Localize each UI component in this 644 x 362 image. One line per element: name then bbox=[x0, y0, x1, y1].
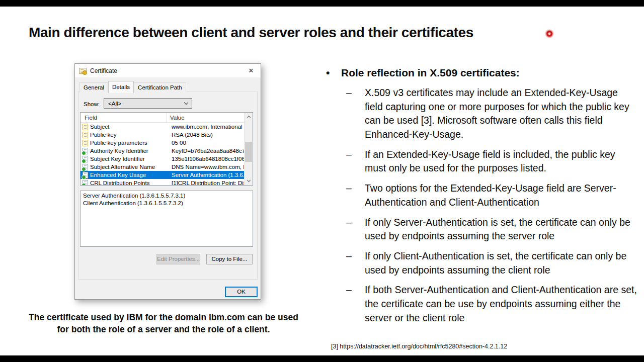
bullet-text: X.509 v3 certificates may include an Ext… bbox=[365, 86, 638, 142]
tab-certification-path[interactable]: Certification Path bbox=[134, 82, 186, 93]
tab-general[interactable]: General bbox=[79, 82, 108, 93]
bullet-item: –If only Server-Authentication is set, t… bbox=[346, 216, 638, 243]
table-row[interactable]: Public key parameters05 00 bbox=[80, 139, 244, 147]
extension-icon bbox=[83, 164, 88, 170]
bullet-content: • Role reflection in X.509 certificates:… bbox=[326, 67, 638, 325]
table-row[interactable]: Enhanced Key UsageServer Authentication … bbox=[80, 171, 244, 179]
document-icon bbox=[83, 124, 88, 130]
field-name: Subject Key Identifier bbox=[90, 156, 167, 162]
close-icon[interactable]: ✕ bbox=[246, 67, 257, 74]
ok-button[interactable]: OK bbox=[225, 287, 258, 297]
listbox-rows: Subjectwww.ibm.com, International B...Pu… bbox=[80, 123, 244, 185]
extension-icon bbox=[83, 180, 88, 186]
edit-properties-button: Edit Properties... bbox=[156, 254, 200, 264]
figure-caption: The certificate used by IBM for the doma… bbox=[23, 311, 304, 335]
field-value: KeyID=b76ba2eaa8aa848c79... bbox=[167, 148, 244, 154]
bullet-text: If only Client-Authentication is set, th… bbox=[365, 249, 638, 277]
field-value: 135e1f106ab6481808cc1f06a... bbox=[167, 156, 244, 162]
dash-marker: – bbox=[346, 182, 365, 209]
certificate-dialog: Certificate ✕ GeneralDetailsCertificatio… bbox=[74, 63, 261, 300]
field-name: CRL Distribution Points bbox=[90, 180, 167, 185]
field-name: Subject Alternative Name bbox=[90, 164, 167, 170]
extension-icon bbox=[83, 172, 88, 178]
field-name: Public key bbox=[90, 132, 167, 138]
dialog-title: Certificate bbox=[90, 67, 117, 74]
footnote-reference: [3] https://datatracker.ietf.org/doc/htm… bbox=[331, 343, 507, 350]
dialog-titlebar[interactable]: Certificate ✕ bbox=[75, 64, 261, 77]
document-icon bbox=[83, 132, 88, 138]
field-value: 05 00 bbox=[167, 140, 244, 146]
column-header-field[interactable]: Field bbox=[80, 113, 167, 122]
bullet-item: –X.509 v3 certificates may include an Ex… bbox=[346, 86, 638, 142]
table-row[interactable]: CRL Distribution Points[1]CRL Distributi… bbox=[80, 179, 244, 185]
letterbox-top bbox=[0, 0, 644, 7]
table-row[interactable]: Subjectwww.ibm.com, International B... bbox=[80, 123, 244, 131]
column-header-value[interactable]: Value bbox=[167, 115, 253, 121]
scroll-down-icon[interactable] bbox=[245, 177, 253, 185]
bullet-marker: • bbox=[326, 67, 341, 79]
dash-marker: – bbox=[346, 249, 365, 277]
dash-marker: – bbox=[346, 216, 365, 243]
show-label: Show: bbox=[84, 101, 100, 107]
letterbox-bottom bbox=[0, 355, 644, 362]
table-row[interactable]: Subject Alternative NameDNS Name=www.ibm… bbox=[80, 163, 244, 171]
content-heading: Role reflection in X.509 certificates: bbox=[341, 67, 520, 79]
listbox-scrollbar[interactable] bbox=[244, 113, 253, 185]
table-row[interactable]: Subject Key Identifier135e1f106ab6481808… bbox=[80, 155, 244, 163]
chevron-down-icon bbox=[184, 101, 188, 105]
bullet-text: If only Server-Authentication is set, th… bbox=[365, 216, 638, 243]
show-dropdown[interactable]: <All> bbox=[104, 98, 192, 109]
field-name: Subject bbox=[90, 124, 167, 130]
laser-pointer-dot bbox=[545, 29, 554, 38]
slide-title: Main difference between client and serve… bbox=[29, 25, 537, 41]
table-row[interactable]: Authority Key IdentifierKeyID=b76ba2eaa8… bbox=[80, 147, 244, 155]
copy-to-file-button[interactable]: Copy to File... bbox=[206, 254, 253, 264]
field-name: Enhanced Key Usage bbox=[90, 172, 167, 178]
bullet-list: –X.509 v3 certificates may include an Ex… bbox=[346, 86, 638, 325]
field-value: www.ibm.com, International B... bbox=[167, 124, 244, 130]
dialog-tabs: GeneralDetailsCertification Path bbox=[79, 81, 186, 93]
field-value: RSA (2048 Bits) bbox=[167, 132, 244, 138]
dash-marker: – bbox=[346, 86, 365, 142]
scroll-up-icon[interactable] bbox=[245, 113, 253, 121]
scrollbar-thumb[interactable] bbox=[245, 142, 252, 162]
dash-marker: – bbox=[346, 148, 365, 175]
extension-icon bbox=[83, 148, 88, 154]
preview-box[interactable]: Server Authentication (1.3.6.1.5.5.7.3.1… bbox=[80, 191, 253, 247]
bullet-item: –If both Server-Authentication and Clien… bbox=[346, 283, 638, 325]
field-value: Server Authentication (1.3.6.... bbox=[167, 172, 244, 178]
bullet-text: If an Extended-Key-Usage field is includ… bbox=[365, 148, 638, 175]
field-name: Public key parameters bbox=[90, 140, 167, 146]
field-value: DNS Name=www.ibm.com, DN... bbox=[167, 164, 244, 170]
fields-listbox: Field Value Subjectwww.ibm.com, Internat… bbox=[80, 112, 253, 186]
document-icon bbox=[83, 140, 88, 146]
show-dropdown-value: <All> bbox=[108, 101, 121, 107]
bullet-text: Two options for the Extended-Key-Usage f… bbox=[365, 182, 638, 209]
bullet-text: If both Server-Authentication and Client… bbox=[365, 283, 638, 325]
listbox-header: Field Value bbox=[80, 113, 253, 123]
table-row[interactable]: Public keyRSA (2048 Bits) bbox=[80, 131, 244, 139]
certificate-icon bbox=[79, 68, 87, 74]
field-value: [1]CRL Distribution Point: Distr... bbox=[167, 180, 244, 185]
bullet-item: –Two options for the Extended-Key-Usage … bbox=[346, 182, 638, 209]
dash-marker: – bbox=[346, 283, 365, 325]
field-name: Authority Key Identifier bbox=[90, 148, 167, 154]
bullet-item: –If only Client-Authentication is set, t… bbox=[346, 249, 638, 277]
content-heading-row: • Role reflection in X.509 certificates: bbox=[326, 67, 638, 79]
tab-details[interactable]: Details bbox=[108, 81, 134, 93]
bullet-item: –If an Extended-Key-Usage field is inclu… bbox=[346, 148, 638, 175]
extension-icon bbox=[83, 156, 88, 162]
